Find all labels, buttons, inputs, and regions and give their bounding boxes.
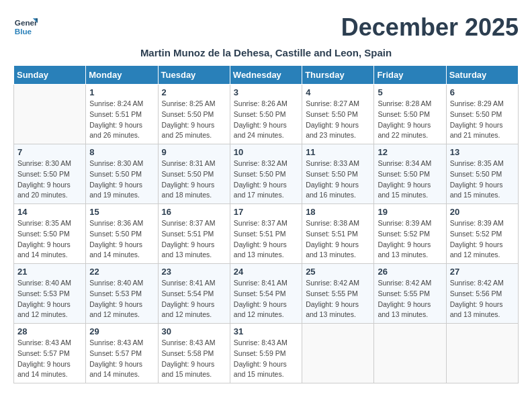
location-title: Martin Munoz de la Dehesa, Castille and … <box>13 47 519 58</box>
calendar-cell: 26Sunrise: 8:42 AMSunset: 5:55 PMDayligh… <box>374 264 446 324</box>
day-info: Sunrise: 8:37 AMSunset: 5:51 PMDaylight:… <box>234 218 298 261</box>
day-number: 10 <box>234 147 298 157</box>
logo-icon: General Blue <box>13 13 38 38</box>
logo: General Blue <box>13 13 38 38</box>
calendar-cell <box>14 85 86 144</box>
day-number: 14 <box>17 207 82 217</box>
day-number: 5 <box>378 87 442 97</box>
day-number: 20 <box>450 207 515 217</box>
day-number: 19 <box>378 207 442 217</box>
calendar-cell: 7Sunrise: 8:30 AMSunset: 5:50 PMDaylight… <box>14 144 86 204</box>
calendar-cell: 29Sunrise: 8:43 AMSunset: 5:57 PMDayligh… <box>86 324 158 383</box>
weekday-header-friday: Friday <box>374 66 446 85</box>
calendar-cell: 2Sunrise: 8:25 AMSunset: 5:50 PMDaylight… <box>158 85 230 144</box>
day-info: Sunrise: 8:43 AMSunset: 5:57 PMDaylight:… <box>17 338 82 380</box>
day-number: 30 <box>162 326 226 336</box>
calendar-cell: 24Sunrise: 8:41 AMSunset: 5:54 PMDayligh… <box>230 264 302 324</box>
day-info: Sunrise: 8:41 AMSunset: 5:54 PMDaylight:… <box>162 278 226 320</box>
day-info: Sunrise: 8:25 AMSunset: 5:50 PMDaylight:… <box>162 99 226 141</box>
day-info: Sunrise: 8:41 AMSunset: 5:54 PMDaylight:… <box>234 278 298 320</box>
calendar-cell: 5Sunrise: 8:28 AMSunset: 5:50 PMDaylight… <box>374 85 446 144</box>
svg-text:Blue: Blue <box>15 27 32 36</box>
day-info: Sunrise: 8:31 AMSunset: 5:50 PMDaylight:… <box>162 158 226 201</box>
calendar-week-row: 1Sunrise: 8:24 AMSunset: 5:51 PMDaylight… <box>14 85 519 144</box>
day-number: 13 <box>450 147 515 157</box>
day-info: Sunrise: 8:43 AMSunset: 5:57 PMDaylight:… <box>89 338 154 380</box>
calendar-cell: 10Sunrise: 8:32 AMSunset: 5:50 PMDayligh… <box>230 144 302 204</box>
day-number: 23 <box>162 267 226 277</box>
calendar-cell: 1Sunrise: 8:24 AMSunset: 5:51 PMDaylight… <box>86 85 158 144</box>
day-info: Sunrise: 8:28 AMSunset: 5:50 PMDaylight:… <box>378 99 442 141</box>
day-number: 4 <box>306 87 370 97</box>
calendar-cell: 8Sunrise: 8:30 AMSunset: 5:50 PMDaylight… <box>86 144 158 204</box>
day-number: 25 <box>306 267 370 277</box>
weekday-header-saturday: Saturday <box>446 66 518 85</box>
calendar-body: 1Sunrise: 8:24 AMSunset: 5:51 PMDaylight… <box>14 85 519 383</box>
day-number: 15 <box>89 207 154 217</box>
calendar-cell: 6Sunrise: 8:29 AMSunset: 5:50 PMDaylight… <box>446 85 518 144</box>
calendar-week-row: 14Sunrise: 8:35 AMSunset: 5:50 PMDayligh… <box>14 204 519 264</box>
calendar-cell: 3Sunrise: 8:26 AMSunset: 5:50 PMDaylight… <box>230 85 302 144</box>
calendar-cell: 12Sunrise: 8:34 AMSunset: 5:50 PMDayligh… <box>374 144 446 204</box>
day-info: Sunrise: 8:38 AMSunset: 5:51 PMDaylight:… <box>306 218 370 261</box>
day-info: Sunrise: 8:42 AMSunset: 5:55 PMDaylight:… <box>306 278 370 320</box>
weekday-header-wednesday: Wednesday <box>230 66 302 85</box>
calendar-cell: 25Sunrise: 8:42 AMSunset: 5:55 PMDayligh… <box>302 264 374 324</box>
day-number: 17 <box>234 207 298 217</box>
calendar-cell: 21Sunrise: 8:40 AMSunset: 5:53 PMDayligh… <box>14 264 86 324</box>
calendar-cell: 11Sunrise: 8:33 AMSunset: 5:50 PMDayligh… <box>302 144 374 204</box>
calendar-cell: 14Sunrise: 8:35 AMSunset: 5:50 PMDayligh… <box>14 204 86 264</box>
calendar-cell: 31Sunrise: 8:43 AMSunset: 5:59 PMDayligh… <box>230 324 302 383</box>
day-info: Sunrise: 8:30 AMSunset: 5:50 PMDaylight:… <box>89 158 154 201</box>
day-info: Sunrise: 8:39 AMSunset: 5:52 PMDaylight:… <box>450 218 515 261</box>
day-info: Sunrise: 8:36 AMSunset: 5:50 PMDaylight:… <box>89 218 154 261</box>
day-info: Sunrise: 8:26 AMSunset: 5:50 PMDaylight:… <box>234 99 298 141</box>
calendar-cell: 15Sunrise: 8:36 AMSunset: 5:50 PMDayligh… <box>86 204 158 264</box>
calendar-cell: 9Sunrise: 8:31 AMSunset: 5:50 PMDaylight… <box>158 144 230 204</box>
day-number: 16 <box>162 207 226 217</box>
day-number: 2 <box>162 87 226 97</box>
day-number: 18 <box>306 207 370 217</box>
weekday-header-monday: Monday <box>86 66 158 85</box>
day-info: Sunrise: 8:32 AMSunset: 5:50 PMDaylight:… <box>234 158 298 201</box>
day-info: Sunrise: 8:43 AMSunset: 5:59 PMDaylight:… <box>234 338 298 380</box>
calendar-cell: 23Sunrise: 8:41 AMSunset: 5:54 PMDayligh… <box>158 264 230 324</box>
month-title: December 2025 <box>341 13 519 42</box>
day-number: 9 <box>162 147 226 157</box>
day-info: Sunrise: 8:34 AMSunset: 5:50 PMDaylight:… <box>378 158 442 201</box>
day-number: 3 <box>234 87 298 97</box>
calendar-cell: 20Sunrise: 8:39 AMSunset: 5:52 PMDayligh… <box>446 204 518 264</box>
day-number: 29 <box>89 326 154 336</box>
calendar-cell: 13Sunrise: 8:35 AMSunset: 5:50 PMDayligh… <box>446 144 518 204</box>
day-info: Sunrise: 8:27 AMSunset: 5:50 PMDaylight:… <box>306 99 370 141</box>
day-info: Sunrise: 8:39 AMSunset: 5:52 PMDaylight:… <box>378 218 442 261</box>
calendar-week-row: 7Sunrise: 8:30 AMSunset: 5:50 PMDaylight… <box>14 144 519 204</box>
day-number: 24 <box>234 267 298 277</box>
calendar-cell: 4Sunrise: 8:27 AMSunset: 5:50 PMDaylight… <box>302 85 374 144</box>
calendar-cell <box>374 324 446 383</box>
day-info: Sunrise: 8:42 AMSunset: 5:56 PMDaylight:… <box>450 278 515 320</box>
day-number: 31 <box>234 326 298 336</box>
day-number: 26 <box>378 267 442 277</box>
day-number: 27 <box>450 267 515 277</box>
weekday-header-tuesday: Tuesday <box>158 66 230 85</box>
calendar-cell: 28Sunrise: 8:43 AMSunset: 5:57 PMDayligh… <box>14 324 86 383</box>
day-number: 6 <box>450 87 515 97</box>
day-info: Sunrise: 8:37 AMSunset: 5:51 PMDaylight:… <box>162 218 226 261</box>
weekday-header-sunday: Sunday <box>14 66 86 85</box>
day-info: Sunrise: 8:24 AMSunset: 5:51 PMDaylight:… <box>89 99 154 141</box>
calendar-cell: 18Sunrise: 8:38 AMSunset: 5:51 PMDayligh… <box>302 204 374 264</box>
day-info: Sunrise: 8:30 AMSunset: 5:50 PMDaylight:… <box>17 158 82 201</box>
day-number: 1 <box>89 87 154 97</box>
calendar-cell: 16Sunrise: 8:37 AMSunset: 5:51 PMDayligh… <box>158 204 230 264</box>
day-info: Sunrise: 8:42 AMSunset: 5:55 PMDaylight:… <box>378 278 442 320</box>
day-number: 7 <box>17 147 82 157</box>
calendar-week-row: 21Sunrise: 8:40 AMSunset: 5:53 PMDayligh… <box>14 264 519 324</box>
day-number: 12 <box>378 147 442 157</box>
day-number: 28 <box>17 326 82 336</box>
calendar-cell: 17Sunrise: 8:37 AMSunset: 5:51 PMDayligh… <box>230 204 302 264</box>
day-number: 8 <box>89 147 154 157</box>
calendar-cell: 22Sunrise: 8:40 AMSunset: 5:53 PMDayligh… <box>86 264 158 324</box>
calendar-header-row: SundayMondayTuesdayWednesdayThursdayFrid… <box>14 66 519 85</box>
calendar-week-row: 28Sunrise: 8:43 AMSunset: 5:57 PMDayligh… <box>14 324 519 383</box>
